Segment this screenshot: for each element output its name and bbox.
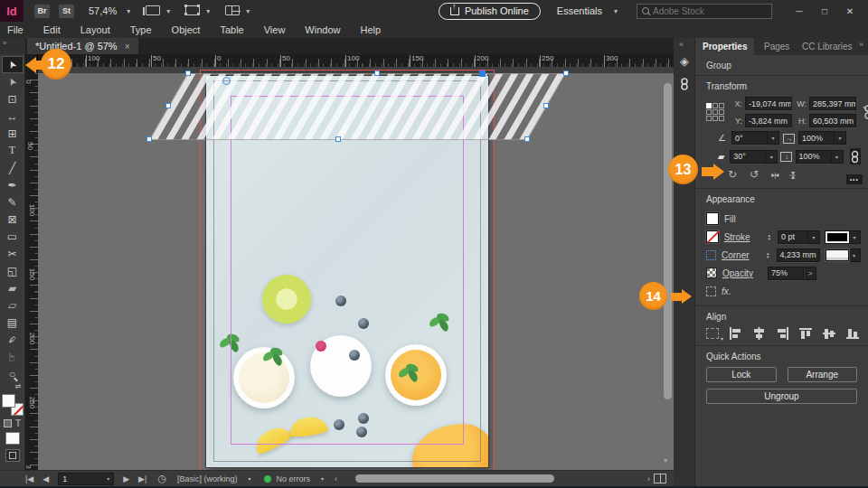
formatting-affects-text-icon[interactable]: T — [15, 418, 21, 428]
zoom-chevron-icon[interactable]: ▾ — [127, 7, 130, 15]
pen-tool[interactable]: ✒ — [2, 176, 24, 193]
maximize-button[interactable]: □ — [812, 3, 837, 19]
align-horizontal-center-icon[interactable] — [752, 327, 766, 340]
y-field[interactable]: -3,824 mm — [745, 114, 792, 127]
horizontal-ruler[interactable]: 100 50 0 50 100 150 200 250 300 — [38, 54, 674, 67]
scroll-down-icon[interactable]: ▾ — [664, 456, 667, 465]
search-input[interactable] — [653, 6, 752, 16]
corner-label[interactable]: Corner — [722, 250, 761, 260]
fill-swatch[interactable] — [706, 212, 719, 225]
reference-point-proxy[interactable] — [706, 103, 724, 121]
tab-cc-libraries[interactable]: CC Libraries — [795, 38, 860, 55]
menu-edit[interactable]: Edit — [43, 24, 61, 35]
vertical-ruler[interactable]: 0 50 100 150 200 250 3 — [25, 67, 38, 470]
menu-table[interactable]: Table — [220, 24, 243, 35]
scissors-tool[interactable]: ✂ — [2, 245, 24, 262]
pencil-tool[interactable]: ✎ — [2, 193, 24, 211]
content-grabber-icon[interactable] — [222, 77, 231, 85]
arrange-documents-chevron-icon[interactable]: ▾ — [246, 7, 250, 15]
flip-horizontal-icon[interactable]: ▸|◂ — [771, 171, 778, 179]
corner-radius-field[interactable]: 4,233 mm — [777, 249, 820, 262]
rotate-ccw-icon[interactable]: ↺ — [750, 168, 759, 181]
corner-radius-stepper[interactable]: ▴▾ — [767, 251, 769, 258]
menu-help[interactable]: Help — [360, 24, 381, 35]
menu-type[interactable]: Type — [130, 24, 152, 35]
screen-mode-chevron-icon[interactable]: ▾ — [206, 7, 210, 15]
align-top-icon[interactable] — [799, 327, 813, 340]
pages-panel-icon[interactable]: ◈ — [674, 54, 695, 68]
corner-style-combo[interactable]: ▾ — [826, 249, 861, 262]
x-field[interactable]: -19,074 mm — [745, 97, 792, 110]
align-right-icon[interactable] — [776, 327, 789, 340]
tab-pages[interactable]: Pages — [757, 38, 797, 55]
zoom-level[interactable]: 57,4% — [89, 5, 117, 16]
align-to-dropdown[interactable] — [706, 328, 719, 339]
selection-handle-top-right[interactable] — [563, 70, 569, 76]
selection-handle-mid-right[interactable] — [543, 103, 549, 108]
previous-page-button[interactable]: ◀ — [42, 474, 49, 483]
constrain-dimensions-broken-chain-icon[interactable] — [863, 105, 868, 119]
selection-handle-mid-left[interactable] — [165, 103, 171, 108]
shear-angle-combo[interactable]: 30° ▾ — [730, 150, 778, 164]
menu-object[interactable]: Object — [172, 24, 201, 35]
canvas-pasteboard[interactable]: ▾ — [38, 67, 674, 470]
menu-window[interactable]: Window — [305, 24, 340, 35]
tab-close-icon[interactable]: × — [125, 42, 130, 52]
content-collector-tool[interactable]: ⊞ — [2, 125, 24, 142]
gradient-tool[interactable]: ▰ — [2, 279, 24, 296]
chevron-down-icon[interactable]: ▾ — [849, 249, 861, 262]
rectangle-tool[interactable]: ▭ — [2, 228, 24, 245]
horizontal-scrollbar[interactable] — [350, 474, 642, 483]
lock-button[interactable]: Lock — [706, 367, 777, 382]
stroke-color-swatch[interactable] — [826, 231, 849, 243]
opacity-field[interactable]: 75% — [768, 267, 804, 280]
constrain-scale-chain-icon[interactable] — [850, 148, 861, 164]
selection-handle-top-left[interactable] — [185, 70, 191, 76]
arrange-button[interactable]: Arrange — [788, 367, 858, 382]
preflight-profile[interactable]: [Basic] (working) — [177, 474, 238, 483]
selection-handle-bottom-right[interactable] — [524, 136, 530, 142]
toolbar-expand-button[interactable]: » — [0, 38, 25, 54]
formatting-affects-container-icon[interactable] — [4, 419, 12, 427]
spread-view-icon[interactable] — [654, 474, 666, 483]
document-tab[interactable]: *Untitled-1 @ 57% × — [27, 38, 138, 54]
direct-selection-tool[interactable]: ➤ — [2, 73, 24, 90]
rotation-angle-combo[interactable]: 0° ▾ — [731, 131, 779, 145]
chevron-down-icon[interactable]: ▾ — [249, 475, 251, 482]
arrange-documents-icon[interactable] — [225, 5, 240, 17]
opacity-label[interactable]: Opacity — [722, 268, 762, 278]
preflight-icon[interactable]: ◷ — [157, 473, 166, 484]
chevron-down-icon[interactable]: ▾ — [849, 230, 861, 244]
scale-x-combo[interactable]: 100% ▾ — [798, 131, 846, 145]
page-tool[interactable]: ⊡ — [2, 90, 24, 108]
close-button[interactable]: ✕ — [837, 3, 863, 19]
chevron-down-icon[interactable]: ▾ — [768, 131, 779, 145]
type-tool[interactable]: T — [2, 142, 24, 159]
vertical-scrollbar[interactable]: ▾ — [664, 69, 672, 465]
chevron-down-icon[interactable]: ▾ — [808, 230, 820, 244]
first-page-button[interactable]: |◀ — [25, 474, 33, 483]
expand-dock-icon[interactable]: » — [859, 40, 863, 49]
stroke-swatch[interactable] — [706, 230, 719, 243]
ungroup-button[interactable]: Ungroup — [706, 389, 857, 404]
effects-fx-button[interactable]: fx. — [722, 286, 731, 296]
chevron-down-icon[interactable]: ▾ — [835, 131, 846, 145]
flip-vertical-icon[interactable]: ▸|◂ — [789, 171, 797, 177]
collapse-left-icon[interactable]: ‹ — [335, 474, 337, 483]
gap-tool[interactable]: ↔ — [2, 108, 24, 125]
stroke-weight-combo[interactable]: 0 pt ▾ — [778, 230, 820, 244]
fill-stroke-swatches[interactable] — [1, 394, 24, 416]
page-number-field[interactable]: 1 ▾ — [58, 473, 114, 485]
align-left-icon[interactable] — [729, 327, 742, 340]
publish-online-button[interactable]: Publish Online — [439, 3, 541, 20]
selection-handle-bottom-center[interactable] — [335, 136, 341, 142]
gradient-feather-tool[interactable]: ▱ — [2, 296, 24, 314]
scale-y-combo[interactable]: 100% ▾ — [796, 150, 844, 164]
chevron-down-icon[interactable]: ▾ — [832, 150, 844, 164]
opacity-options-icon[interactable]: > — [804, 267, 816, 280]
swap-fill-stroke-icon[interactable]: ⇄ — [2, 382, 24, 393]
selection-handle-active[interactable] — [479, 70, 486, 77]
apply-color-button[interactable] — [5, 432, 20, 445]
stroke-color-combo[interactable]: ▾ — [826, 230, 861, 244]
eyedropper-tool[interactable]: ✑ — [2, 331, 24, 348]
